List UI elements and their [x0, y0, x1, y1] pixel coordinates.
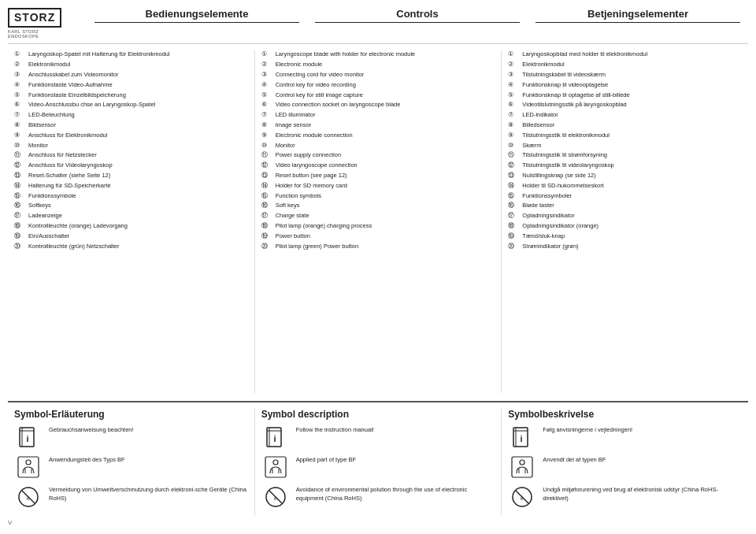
list-item: ①Laryngoskopblad med holder til elektron… [508, 50, 742, 59]
item-num: ⑲ [261, 232, 274, 241]
logo-box: STORZ [8, 8, 61, 28]
list-item: ④Funktionsknap til videooptagelse [508, 81, 742, 90]
list-item: ⑨Anschluss für Elektronikmodul [14, 132, 248, 140]
svg-text:i: i [26, 434, 28, 443]
bottom-col-2: Symbolbeskrivelse i Følg anvisningerne i… [502, 409, 748, 516]
list-item: ⑪Power supply connection [261, 151, 495, 160]
item-num: ④ [14, 81, 27, 90]
symbol-text: Følg anvisningerne i vejledningen! [543, 426, 632, 435]
item-text: Holder til SD-hukommelseskort [522, 182, 603, 190]
item-num: ⑯ [261, 202, 274, 210]
item-text: Soft keys [276, 202, 300, 210]
item-text: Videotilslutningsstik på laryngoskopblad [522, 101, 626, 109]
svg-point-14 [273, 460, 278, 465]
list-item: ③Connecting cord for video monitor [261, 71, 495, 80]
item-list-en: ①Laryngoscope blade with holder for elec… [261, 50, 495, 250]
item-num: ⑱ [14, 222, 27, 231]
header-col-de: Bedienungselemente [87, 8, 307, 26]
item-text: Control key for video recording [276, 81, 356, 89]
col-heading-dk: Betjeningselementer [536, 8, 740, 23]
list-item: ⑥Video-Anschlussbu chse an Laryngoskop-S… [14, 101, 248, 109]
item-num: ⑦ [261, 111, 274, 120]
svg-text:e: e [521, 495, 524, 501]
item-num: ⑤ [14, 91, 27, 100]
item-num: ③ [14, 71, 27, 80]
list-item: ⑫Video laryngoscope connection [261, 161, 495, 170]
list-item: ⑭Halterung für SD-Speicherkarte [14, 182, 248, 191]
bottom-heading-1: Symbol description [261, 409, 495, 420]
item-text: Video connection socket on laryngoscope … [276, 101, 401, 109]
list-item: ④Control key for video recording [261, 81, 495, 90]
list-item: ⑫Anschluss für Videolaryngoskop [14, 161, 248, 170]
list-item: ⑯Softkeys [14, 202, 248, 210]
item-num: ③ [508, 71, 521, 80]
item-num: ⑧ [508, 121, 521, 130]
list-item: ⑬Reset button (see page 12) [261, 172, 495, 180]
logo-sub: KARL STORZ ENDOSKOPE [8, 29, 39, 39]
list-item: ⑤Funktionstaste Einzelbildspeicherung [14, 91, 248, 100]
item-text: Bløde taster [522, 202, 554, 210]
item-text: Power supply connection [276, 151, 341, 159]
svg-text:i: i [273, 434, 276, 443]
item-num: ⑰ [508, 212, 521, 221]
item-text: Laryngoskop-Spatel mit Halterung für Ele… [28, 50, 170, 58]
symbol-icon-book-i: i [508, 426, 536, 448]
list-item: ⑯Bløde taster [508, 202, 742, 210]
item-num: ⑨ [508, 132, 521, 140]
main-col-dk: ①Laryngoskopblad med holder til elektron… [502, 50, 748, 393]
item-text: Video laryngoscope connection [276, 161, 358, 169]
item-text: Ein/Ausschalter [28, 232, 69, 240]
item-text: Control key for still image capture [276, 91, 363, 99]
list-item: ⑱Pilot lamp (orange) charging process [261, 222, 495, 231]
item-text: Electronic module connection [276, 132, 353, 139]
item-num: ⑲ [508, 232, 521, 241]
item-num: ⑮ [14, 192, 27, 201]
item-num: ⑤ [508, 91, 521, 100]
item-num: ⑮ [261, 192, 274, 201]
item-num: ⑫ [14, 161, 27, 170]
list-item: ⑲Ein/Ausschalter [14, 232, 248, 241]
col-heading-de: Bedienungselemente [94, 8, 299, 23]
item-text: Bildsensor [28, 121, 56, 129]
item-text: Reset button (see page 12) [276, 172, 347, 180]
svg-text:e: e [274, 495, 277, 501]
list-item: ⑲Tænd/sluk-knap [508, 232, 742, 241]
header-col-dk: Betjeningselementer [528, 8, 748, 26]
list-item: ⑧Bildsensor [14, 121, 248, 130]
item-text: Charge state [276, 212, 309, 220]
list-item: ⑦LED-indikator [508, 111, 742, 120]
item-text: Elektronikmodul [522, 61, 564, 69]
item-text: Billedsensor [522, 121, 554, 129]
list-item: ⑱Opladningsindikator (orange) [508, 222, 742, 231]
item-num: ⑭ [508, 182, 521, 191]
svg-point-5 [26, 460, 31, 465]
item-text: Image sensor [276, 121, 311, 129]
header-columns: Bedienungselemente Controls Betjeningsel… [87, 8, 748, 26]
item-num: ⑦ [14, 111, 27, 120]
item-text: Laryngoscope blade with holder for elect… [276, 50, 416, 58]
item-num: ⑥ [508, 101, 521, 109]
item-num: ⑩ [508, 142, 521, 150]
symbol-icon-book-i: i [14, 426, 43, 448]
col-heading-en: Controls [315, 8, 520, 23]
symbol-text: Undgå miljøforurening ved brug af elektr… [543, 486, 742, 502]
item-num: ⑫ [261, 161, 274, 170]
item-num: ⑥ [261, 101, 274, 109]
header: STORZ KARL STORZ ENDOSKOPE Bedienungsele… [8, 8, 748, 44]
list-item: ③Anschlusskabel zum Videomonitor [14, 71, 248, 80]
list-item: ⑧Billedsensor [508, 121, 742, 130]
list-item: ⑧Image sensor [261, 121, 495, 130]
symbol-text: Avoidance of environmental polution thro… [296, 486, 495, 502]
svg-text:i: i [521, 434, 523, 443]
symbol-row: i Gebrauchsanweisung beachten! [14, 426, 248, 448]
item-text: Holder for SD memory card [276, 182, 347, 190]
list-item: ⑳Strømindikator (grøn) [508, 243, 742, 251]
list-item: ⑮Function symbols [261, 192, 495, 201]
item-num: ⑥ [14, 101, 27, 109]
list-item: ⑥Video connection socket on laryngoscope… [261, 101, 495, 109]
symbol-text: Anwendungsteil des Typs BF [49, 456, 125, 465]
item-text: Softkeys [28, 202, 51, 210]
item-num: ⑨ [14, 132, 27, 140]
symbol-row: Anwendungsteil des Typs BF [14, 456, 248, 478]
list-item: ⑦LED illuminator [261, 111, 495, 120]
